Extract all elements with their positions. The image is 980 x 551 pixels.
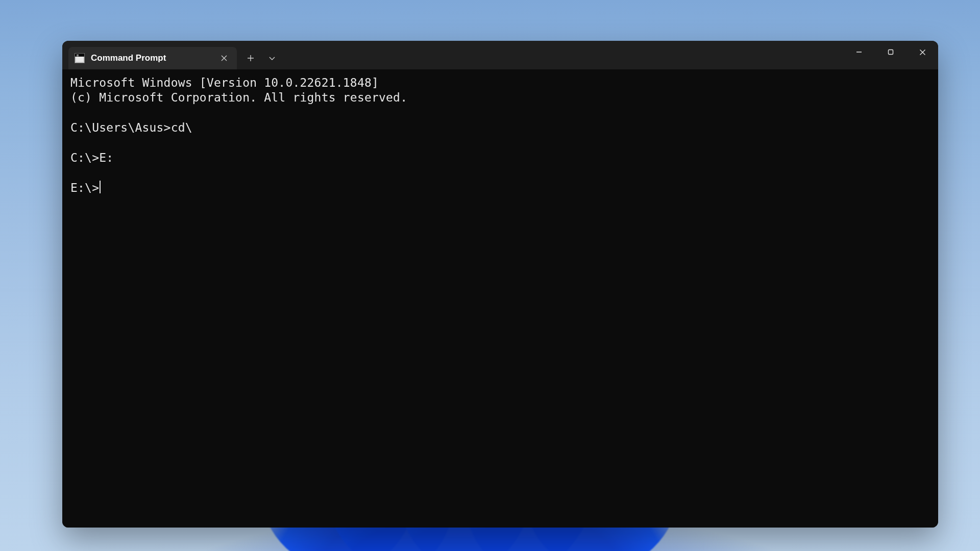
prompt: C:\> bbox=[70, 151, 99, 164]
chevron-down-icon bbox=[268, 56, 276, 61]
prompt: E:\> bbox=[70, 181, 99, 194]
prompt: C:\Users\Asus> bbox=[70, 121, 171, 134]
text-cursor bbox=[100, 181, 101, 193]
terminal-output: Microsoft Windows [Version 10.0.22621.18… bbox=[70, 76, 930, 196]
titlebar[interactable]: Command Prompt bbox=[62, 41, 938, 69]
banner-line: Microsoft Windows [Version 10.0.22621.18… bbox=[70, 76, 379, 89]
terminal-body[interactable]: Microsoft Windows [Version 10.0.22621.18… bbox=[62, 69, 938, 528]
maximize-button[interactable] bbox=[875, 41, 906, 63]
tab-close-button[interactable] bbox=[218, 53, 230, 64]
close-icon bbox=[919, 49, 926, 56]
minimize-button[interactable] bbox=[843, 41, 875, 63]
tab-label: Command Prompt bbox=[91, 53, 166, 63]
command-text: cd\ bbox=[171, 121, 192, 134]
command-prompt-icon bbox=[75, 53, 85, 63]
close-icon bbox=[221, 55, 227, 61]
banner-line: (c) Microsoft Corporation. All rights re… bbox=[70, 91, 407, 104]
terminal-window: Command Prompt bbox=[62, 41, 938, 528]
maximize-icon bbox=[888, 49, 894, 55]
window-controls bbox=[843, 41, 938, 63]
tab-command-prompt[interactable]: Command Prompt bbox=[68, 47, 237, 69]
command-text: E: bbox=[99, 151, 113, 164]
desktop-background: Command Prompt bbox=[0, 0, 980, 551]
close-window-button[interactable] bbox=[906, 41, 938, 63]
plus-icon bbox=[247, 55, 254, 62]
svg-rect-0 bbox=[889, 50, 893, 55]
new-tab-button[interactable] bbox=[240, 48, 261, 68]
tab-dropdown-button[interactable] bbox=[261, 48, 283, 68]
minimize-icon bbox=[855, 48, 863, 56]
